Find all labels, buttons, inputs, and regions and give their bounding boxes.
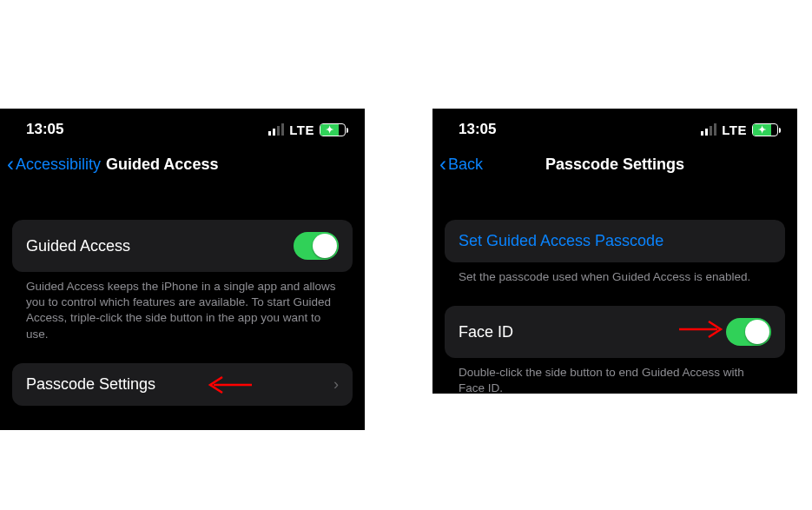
face-id-footer: Double-click the side button to end Guid… [445,365,785,394]
chevron-right-icon: › [333,375,339,394]
nav-bar: ‹ Accessibility Guided Access [0,145,365,189]
network-label: LTE [722,123,747,137]
chevron-left-icon: ‹ [439,154,446,175]
chevron-left-icon: ‹ [7,154,14,175]
guided-access-footer: Guided Access keeps the iPhone in a sing… [12,279,353,342]
passcode-settings-cell[interactable]: Passcode Settings › [12,363,353,406]
back-label: Back [448,156,483,174]
page-title: Passcode Settings [432,156,797,174]
face-id-toggle-cell[interactable]: Face ID [445,306,785,358]
back-button[interactable]: ‹ Accessibility [7,154,101,175]
status-time: 13:05 [459,121,496,138]
set-passcode-footer: Set the passcode used when Guided Access… [445,269,785,285]
toggle-on-icon[interactable] [294,232,339,260]
back-button[interactable]: ‹ Back [439,154,483,175]
signal-icon [701,123,716,136]
cell-label: Passcode Settings [26,375,155,394]
toggle-on-icon[interactable] [726,318,771,346]
status-time: 13:05 [26,121,63,138]
charging-icon: ✦ [326,125,333,135]
cell-label: Guided Access [26,237,130,255]
status-bar: 13:05 LTE ✦ [0,109,365,145]
page-title: Guided Access [106,156,218,174]
battery-icon: ✦ [320,123,346,136]
charging-icon: ✦ [758,125,766,135]
back-label: Accessibility [16,156,101,174]
signal-icon [268,123,284,136]
network-label: LTE [289,123,314,137]
phone-guided-access: 13:05 LTE ✦ ‹ Accessibility Guided Acces… [0,109,365,430]
annotation-arrow-icon [677,318,729,345]
nav-bar: ‹ Back Passcode Settings [432,145,797,189]
set-passcode-cell[interactable]: Set Guided Access Passcode [445,220,785,262]
guided-access-toggle-cell[interactable]: Guided Access [12,220,353,272]
annotation-arrow-icon [201,374,254,401]
cell-label: Face ID [459,323,513,341]
battery-icon: ✦ [752,123,778,136]
phone-passcode-settings: 13:05 LTE ✦ ‹ Back Passcode Settings Set… [432,109,797,394]
status-bar: 13:05 LTE ✦ [432,109,797,145]
cell-label: Set Guided Access Passcode [459,232,663,250]
